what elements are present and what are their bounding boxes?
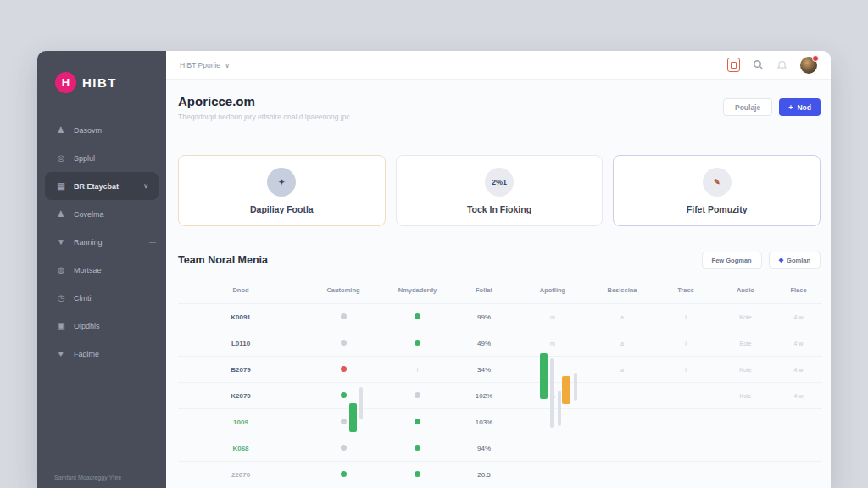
cell-status-a xyxy=(303,383,383,409)
table-row[interactable]: K2070102%mKole4 w xyxy=(178,383,822,409)
cell-col7 xyxy=(655,409,716,435)
summary-card-2[interactable]: ✎Fifet Pomuzity xyxy=(613,155,821,226)
breadcrumb[interactable]: HIBT Pporlie ∨ xyxy=(180,61,230,69)
breadcrumb-label: HIBT Pporlie xyxy=(180,61,220,69)
cell-audio: Kote xyxy=(716,357,775,383)
search-icon[interactable] xyxy=(753,59,764,70)
app-window: H HIBT ♟Dasovm◎Spplul▤BR Etaycbat∨♟Covel… xyxy=(37,51,831,488)
table-action-button-1[interactable]: ◆Gomlan xyxy=(769,252,821,269)
sidebar-item-7[interactable]: ▣Oipdhls xyxy=(37,312,166,340)
table-row[interactable]: K009199%maiKote4 w xyxy=(178,304,822,330)
green-status-dot xyxy=(415,419,420,424)
cell-place xyxy=(775,435,822,462)
column-header[interactable]: Follat xyxy=(452,280,516,304)
funnel-icon: ▼ xyxy=(56,237,66,247)
card-label: Dapiliay Footla xyxy=(250,204,314,214)
column-header[interactable]: Besiccina xyxy=(589,280,655,304)
column-header[interactable]: Dnod xyxy=(178,280,303,304)
column-header[interactable]: Cautoming xyxy=(303,280,383,304)
status-text: i xyxy=(417,367,419,373)
summary-card-1[interactable]: 2%1Tock In Fioking xyxy=(396,155,604,226)
row-code: K0091 xyxy=(231,313,251,321)
table-row[interactable]: 2207020.5 xyxy=(178,462,822,488)
cell-col5 xyxy=(516,435,589,462)
cell-col7: i xyxy=(655,330,716,357)
cell-code: B2079 xyxy=(178,357,303,383)
sidebar-item-2[interactable]: ▤BR Etaycbat∨ xyxy=(45,172,159,200)
target-icon: ◎ xyxy=(56,153,66,163)
sidebar-item-8[interactable]: ♥Fagime xyxy=(37,340,166,368)
sidebar-item-label: Mortsae xyxy=(74,266,102,274)
cell-value: 102% xyxy=(452,383,516,409)
cell-status-b xyxy=(383,383,452,409)
column-header[interactable]: Audio xyxy=(716,280,775,304)
notification-badge xyxy=(812,55,819,62)
sidebar-item-0[interactable]: ♟Dasovm xyxy=(37,116,166,144)
table-row[interactable]: 1009103% xyxy=(178,409,822,435)
table-row[interactable]: K06894% xyxy=(178,435,822,462)
green-status-dot xyxy=(415,313,420,319)
cell-col6 xyxy=(589,383,655,409)
cell-place: 4 w xyxy=(775,330,822,357)
sidebar-item-1[interactable]: ◎Spplul xyxy=(37,144,166,172)
dash-indicator: — xyxy=(149,238,156,246)
bell-icon[interactable] xyxy=(776,59,787,70)
table-action-button-0[interactable]: Few Gogman xyxy=(702,252,762,269)
column-header[interactable]: Nmydaderdy xyxy=(383,280,452,304)
row-code: B2079 xyxy=(231,366,251,374)
cell-audio xyxy=(716,435,775,462)
sidebar-item-4[interactable]: ▼Ranning— xyxy=(37,228,166,256)
column-header[interactable]: Tracc xyxy=(655,280,716,304)
row-code: K2070 xyxy=(231,392,251,400)
summary-card-0[interactable]: ✦Dapiliay Footla xyxy=(178,155,386,226)
secondary-button[interactable]: Poulaje xyxy=(723,98,772,116)
user-avatar[interactable] xyxy=(800,57,817,74)
sidebar-item-label: BR Etaycbat xyxy=(74,182,119,191)
topbar-actions xyxy=(727,57,817,74)
gray-status-dot xyxy=(415,392,420,398)
cell-code: K2070 xyxy=(178,383,303,409)
sidebar: H HIBT ♟Dasovm◎Spplul▤BR Etaycbat∨♟Covel… xyxy=(37,51,166,488)
cell-col5: m xyxy=(516,330,589,357)
sidebar-item-3[interactable]: ♟Covelma xyxy=(37,200,166,228)
cell-status-a xyxy=(303,409,383,435)
tools-icon: ✎ xyxy=(703,168,732,197)
column-header[interactable]: Flace xyxy=(775,280,822,304)
sidebar-item-5[interactable]: ◍Mortsae xyxy=(37,256,166,284)
diamond-icon: ◆ xyxy=(779,257,783,263)
cell-audio xyxy=(716,409,775,435)
cell-status-a xyxy=(303,304,383,330)
green-status-dot xyxy=(341,471,347,477)
table-row[interactable]: B2079i34%aiKote4 w xyxy=(178,357,822,383)
page-subtitle: Theqddniqd nedbun jory etfshlre onal d l… xyxy=(178,113,350,121)
page-title: Aporicce.om xyxy=(178,94,350,108)
cell-col7: i xyxy=(655,304,716,330)
cell-col6 xyxy=(589,462,655,488)
app-logo[interactable]: H HIBT xyxy=(37,51,166,93)
cell-col6 xyxy=(589,409,655,435)
user-icon: ♟ xyxy=(56,125,66,135)
card-label: Fifet Pomuzity xyxy=(687,204,748,214)
column-header[interactable]: Apotling xyxy=(516,280,589,304)
heart-icon: ♥ xyxy=(56,349,66,358)
stamp-icon[interactable] xyxy=(727,58,740,72)
main-content: HIBT Pporlie ∨ xyxy=(166,51,831,488)
chevron-down-icon: ∨ xyxy=(225,61,230,69)
sidebar-item-6[interactable]: ◷Clmti xyxy=(37,284,166,312)
data-table: DnodCautomingNmydaderdyFollatApotlingBes… xyxy=(178,280,822,488)
cell-status-b xyxy=(383,435,452,462)
table-header-row: Team Noral Menia Few Gogman◆Gomlan xyxy=(178,252,821,269)
gray-status-dot xyxy=(341,419,347,424)
cell-col7 xyxy=(655,383,716,409)
cell-value: 34% xyxy=(452,357,516,383)
cell-value: 49% xyxy=(452,330,516,357)
red-status-dot xyxy=(341,366,347,372)
table-row[interactable]: L011049%maiEole4 w xyxy=(178,330,822,357)
logo-text: HIBT xyxy=(82,75,117,90)
sidebar-item-label: Spplul xyxy=(74,154,95,163)
cell-status-b xyxy=(383,304,452,330)
primary-button[interactable]: + Nod xyxy=(779,98,821,116)
summary-cards: ✦Dapiliay Footla2%1Tock In Fioking✎Fifet… xyxy=(178,155,821,226)
cell-status-b xyxy=(383,330,452,357)
sidebar-item-label: Covelma xyxy=(74,210,104,219)
